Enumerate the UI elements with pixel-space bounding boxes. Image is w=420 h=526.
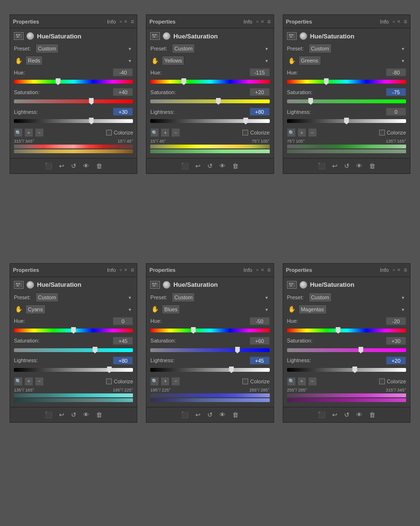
hue-value[interactable]: -115 <box>250 68 270 76</box>
channel-select[interactable]: Blues <box>162 305 180 314</box>
channel-select-wrapper[interactable]: Yellows <box>162 56 269 65</box>
colorize-checkbox[interactable] <box>379 130 385 135</box>
light-value[interactable]: +80 <box>250 108 270 116</box>
light-thumb[interactable] <box>229 367 234 373</box>
delete-icon[interactable]: 🗑 <box>369 411 375 418</box>
colorize-checkbox[interactable] <box>379 379 385 384</box>
hue-value[interactable]: 0 <box>113 317 133 325</box>
colorize-checkbox[interactable] <box>106 379 112 384</box>
channel-select-wrapper[interactable]: Cyans <box>25 305 133 314</box>
hue-slider[interactable] <box>14 77 133 86</box>
delete-icon[interactable]: 🗑 <box>232 411 239 418</box>
light-thumb[interactable] <box>352 367 357 373</box>
light-slider[interactable] <box>14 117 133 125</box>
channel-select[interactable]: Yellows <box>162 56 184 65</box>
eyedropper-plus-icon[interactable]: + <box>298 377 306 386</box>
eyedropper-icon[interactable]: 🔍 <box>14 128 23 137</box>
sat-thumb[interactable] <box>359 347 363 354</box>
collapse-icon[interactable]: « <box>120 19 122 24</box>
sat-value[interactable]: +20 <box>250 88 270 96</box>
sat-value[interactable]: +30 <box>386 337 406 345</box>
add-mask-icon[interactable]: ⬛ <box>181 411 189 418</box>
sat-thumb[interactable] <box>235 347 240 354</box>
light-slider[interactable] <box>287 117 406 125</box>
hand-icon[interactable]: ✋ <box>150 56 160 65</box>
channel-select-wrapper[interactable]: Reds <box>25 56 133 65</box>
eyedropper-plus-icon[interactable]: + <box>24 377 33 386</box>
panel-info-tab[interactable]: Info <box>107 267 116 273</box>
delete-icon[interactable]: 🗑 <box>96 411 102 418</box>
light-slider[interactable] <box>150 366 269 374</box>
delete-icon[interactable]: 🗑 <box>369 162 375 170</box>
preset-select[interactable]: Custom <box>309 44 332 53</box>
visibility-icon[interactable]: 👁 <box>356 411 362 418</box>
visibility-icon[interactable]: 👁 <box>83 411 89 418</box>
history-icon[interactable]: ↩ <box>195 162 201 170</box>
light-slider[interactable] <box>14 366 133 374</box>
hand-icon[interactable]: ✋ <box>14 56 24 65</box>
history-icon[interactable]: ↩ <box>332 411 337 418</box>
eyedropper-minus-icon[interactable]: − <box>171 377 180 386</box>
eyedropper-minus-icon[interactable]: − <box>35 128 44 137</box>
reset-icon[interactable]: ↺ <box>207 411 213 418</box>
hand-icon[interactable]: ✋ <box>14 305 24 314</box>
menu-icon[interactable]: ≡ <box>404 18 407 25</box>
delete-icon[interactable]: 🗑 <box>96 162 102 170</box>
eyedropper-minus-icon[interactable]: − <box>308 128 317 137</box>
hue-thumb[interactable] <box>324 78 329 85</box>
colorize-checkbox[interactable] <box>242 379 248 384</box>
hue-slider[interactable] <box>150 326 269 335</box>
sat-thumb[interactable] <box>89 98 94 105</box>
preset-select-wrapper[interactable]: Custom <box>36 44 133 53</box>
visibility-icon[interactable]: 👁 <box>356 162 362 170</box>
close-icon[interactable]: ✕ <box>124 19 128 24</box>
reset-icon[interactable]: ↺ <box>207 162 213 170</box>
panel-info-tab[interactable]: Info <box>380 19 389 24</box>
light-thumb[interactable] <box>344 118 349 124</box>
light-slider[interactable] <box>150 117 269 125</box>
preset-select[interactable]: Custom <box>36 44 59 53</box>
channel-select[interactable]: Reds <box>25 56 43 65</box>
eyedropper-plus-icon[interactable]: + <box>161 128 169 137</box>
visibility-icon[interactable]: 👁 <box>219 162 226 170</box>
light-value[interactable]: +80 <box>113 356 133 365</box>
sat-slider[interactable] <box>150 97 269 106</box>
panel-info-tab[interactable]: Info <box>380 267 389 273</box>
visibility-icon[interactable]: 👁 <box>219 411 226 418</box>
preset-select-wrapper[interactable]: Custom <box>309 293 406 302</box>
add-mask-icon[interactable]: ⬛ <box>318 411 325 418</box>
eyedropper-plus-icon[interactable]: + <box>161 377 169 386</box>
hue-thumb[interactable] <box>71 327 76 334</box>
reset-icon[interactable]: ↺ <box>344 411 349 418</box>
channel-select[interactable]: Cyans <box>25 305 46 314</box>
hand-icon[interactable]: ✋ <box>150 305 160 314</box>
preset-select[interactable]: Custom <box>309 293 332 302</box>
close-icon[interactable]: ✕ <box>397 19 401 24</box>
hue-value[interactable]: -40 <box>113 68 133 76</box>
hue-thumb[interactable] <box>336 327 340 334</box>
sat-value[interactable]: -75 <box>386 88 406 96</box>
hue-thumb[interactable] <box>191 327 196 334</box>
sat-thumb[interactable] <box>216 98 221 105</box>
menu-icon[interactable]: ≡ <box>404 267 407 273</box>
menu-icon[interactable]: ≡ <box>131 267 134 273</box>
close-icon[interactable]: ✕ <box>124 268 128 272</box>
sat-slider[interactable] <box>150 346 269 355</box>
collapse-icon[interactable]: « <box>256 268 259 272</box>
colorize-checkbox[interactable] <box>106 130 112 135</box>
colorize-checkbox[interactable] <box>242 130 248 135</box>
preset-select[interactable]: Custom <box>172 293 195 302</box>
preset-select[interactable]: Custom <box>36 293 59 302</box>
sat-slider[interactable] <box>14 346 133 355</box>
eyedropper-icon[interactable]: 🔍 <box>150 128 159 137</box>
collapse-icon[interactable]: « <box>120 268 122 272</box>
collapse-icon[interactable]: « <box>256 19 259 24</box>
sat-slider[interactable] <box>14 97 133 106</box>
channel-select-wrapper[interactable]: Greens <box>299 56 406 65</box>
eyedropper-plus-icon[interactable]: + <box>298 128 306 137</box>
hue-value[interactable]: -50 <box>250 317 270 325</box>
delete-icon[interactable]: 🗑 <box>232 162 239 170</box>
sat-thumb[interactable] <box>93 347 97 354</box>
channel-select[interactable]: Magentas <box>299 305 327 314</box>
preset-select-wrapper[interactable]: Custom <box>172 293 269 302</box>
